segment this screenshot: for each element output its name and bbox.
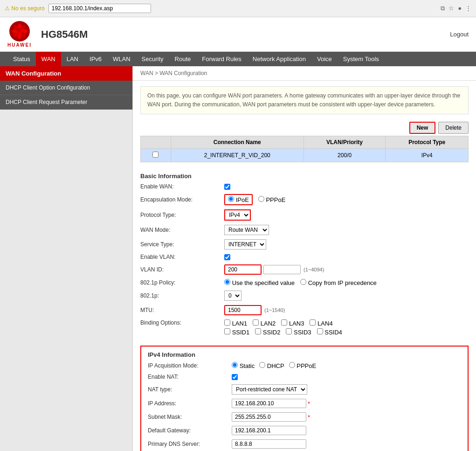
vlan-id-hint: (1~4094) [304, 267, 324, 272]
dot1p-row: 802.1p: 0 1 2 [140, 290, 469, 302]
encapsulation-group: IPoE PPPoE [224, 194, 285, 205]
primary-dns-input[interactable] [232, 439, 306, 449]
logout-button[interactable]: Logout [450, 31, 469, 38]
mtu-input[interactable] [224, 305, 262, 315]
nav-network-application[interactable]: Network Application [247, 52, 311, 66]
ssid1-label[interactable]: SSID1 [224, 328, 249, 336]
encap-ipoe-label[interactable]: IPoE [224, 194, 253, 205]
vlan-id-row: VLAN ID: (1~4094) [140, 264, 469, 276]
dot1p-select[interactable]: 0 1 2 [224, 291, 241, 301]
dhcp-radio[interactable] [259, 362, 265, 368]
lan3-checkbox[interactable] [281, 319, 287, 326]
ip-address-input[interactable] [232, 399, 306, 408]
ip-acq-label: IP Acquisition Mode: [148, 362, 232, 369]
lan2-checkbox[interactable] [253, 319, 259, 326]
binding-lan-row: LAN1 LAN2 LAN3 LAN4 [224, 319, 342, 327]
lan3-label[interactable]: LAN3 [281, 319, 304, 327]
sidebar-item-dhcp-request[interactable]: DHCP Client Request Parameter [0, 95, 132, 110]
ssid2-label[interactable]: SSID2 [255, 328, 280, 336]
copy-ip-text: Copy from IP precedence [308, 279, 377, 286]
basic-info-title: Basic Information [140, 173, 469, 180]
enable-vlan-checkbox[interactable] [224, 254, 230, 260]
table-toolbar: New Delete [133, 120, 476, 136]
sidebar-title: WAN Configuration [0, 66, 132, 81]
nav-status[interactable]: Status [7, 52, 36, 66]
table-row[interactable]: 2_INTERNET_R_VID_200 200/0 IPv4 [141, 149, 469, 162]
nav-system-tools[interactable]: System Tools [338, 52, 385, 66]
use-specified-radio[interactable] [224, 279, 230, 285]
policy-802-row: 802.1p Policy: Use the specified value C… [140, 278, 469, 287]
service-type-select[interactable]: INTERNET [224, 239, 266, 250]
vlan-id-input[interactable] [224, 264, 262, 275]
enable-wan-row: Enable WAN: [140, 182, 469, 191]
row-vlan-priority: 200/0 [304, 149, 386, 162]
row-checkbox[interactable] [152, 152, 159, 158]
bookmark-icon[interactable]: ☆ [448, 5, 454, 12]
binding-label: Binding Options: [140, 319, 224, 326]
sidebar-item-dhcp-option[interactable]: DHCP Client Option Configuration [0, 81, 132, 95]
ssid4-checkbox[interactable] [317, 328, 323, 334]
encap-pppoe-radio[interactable] [258, 196, 264, 202]
copy-ip-radio[interactable] [300, 279, 306, 285]
lan2-label[interactable]: LAN2 [253, 319, 276, 327]
copy-ip-label[interactable]: Copy from IP precedence [300, 279, 377, 286]
vlan-id-secondary-input[interactable] [263, 265, 301, 274]
nav-forward-rules[interactable]: Forward Rules [196, 52, 247, 66]
row-protocol-type: IPv4 [386, 149, 469, 162]
enable-vlan-label: Enable VLAN: [140, 254, 224, 260]
subnet-mask-input[interactable] [232, 412, 306, 422]
primary-dns-row: Primary DNS Server: [148, 438, 461, 450]
static-radio[interactable] [232, 362, 238, 368]
wan-mode-select[interactable]: Route WAN Bridge WAN [224, 225, 269, 235]
nav-route[interactable]: Route [169, 52, 197, 66]
row-checkbox-cell[interactable] [141, 149, 171, 162]
menu-icon[interactable]: ⋮ [465, 5, 471, 12]
protocol-type-select[interactable]: IPv4 IPv6 [224, 209, 251, 221]
lan4-checkbox[interactable] [310, 319, 316, 326]
enable-wan-checkbox[interactable] [224, 184, 230, 190]
nat-type-select[interactable]: Port-restricted cone NAT [232, 384, 307, 395]
nav-wan[interactable]: WAN [36, 52, 61, 66]
sidebar: WAN Configuration DHCP Client Option Con… [0, 66, 133, 451]
security-warning: ⚠ No es seguro [5, 5, 45, 12]
lan4-label[interactable]: LAN4 [310, 319, 332, 327]
use-specified-label[interactable]: Use the specified value [224, 279, 295, 286]
static-label[interactable]: Static [232, 362, 255, 369]
nav-voice[interactable]: Voice [311, 52, 338, 66]
enable-nat-checkbox[interactable] [232, 374, 238, 380]
lan1-label[interactable]: LAN1 [224, 319, 247, 327]
ssid3-label[interactable]: SSID3 [286, 328, 311, 336]
extensions-icon[interactable]: ⧉ [441, 5, 445, 12]
encap-pppoe-label[interactable]: PPPoE [258, 196, 286, 203]
nav-wlan[interactable]: WLAN [107, 52, 136, 66]
content-area: WAN Configuration DHCP Client Option Con… [0, 66, 476, 451]
profile-icon[interactable]: ● [458, 5, 462, 12]
url-bar[interactable] [48, 4, 151, 13]
nav-security[interactable]: Security [136, 52, 169, 66]
delete-button[interactable]: Delete [438, 122, 469, 134]
ssid3-checkbox[interactable] [286, 328, 292, 334]
encap-ipoe-radio[interactable] [228, 196, 234, 202]
encapsulation-label: Encapsulation Mode: [140, 196, 224, 203]
dhcp-label[interactable]: DHCP [259, 362, 284, 369]
huawei-label: HUAWEI [7, 42, 32, 48]
subnet-mask-row: Subnet Mask: * [148, 411, 461, 423]
static-text: Static [240, 362, 255, 369]
browser-icons: ⧉ ☆ ● ⋮ [441, 5, 471, 12]
ssid4-label[interactable]: SSID4 [317, 328, 342, 336]
ssid1-checkbox[interactable] [224, 328, 230, 334]
breadcrumb: WAN > WAN Configuration [133, 66, 476, 81]
pppoe-label[interactable]: PPPoE [289, 362, 317, 369]
wan-mode-row: WAN Mode: Route WAN Bridge WAN [140, 224, 469, 236]
ipv4-title: IPv4 Information [148, 351, 461, 358]
nav-ipv6[interactable]: IPv6 [84, 52, 107, 66]
lan1-checkbox[interactable] [224, 319, 230, 326]
default-gw-label: Default Gateway: [148, 427, 232, 434]
page: HUAWEI HG8546M Logout Status WAN LAN IPv… [0, 17, 476, 451]
ssid2-checkbox[interactable] [255, 328, 261, 334]
ip-acq-row: IP Acquisition Mode: Static DHCP PPPoE [148, 361, 461, 370]
pppoe-radio[interactable] [289, 362, 295, 368]
nav-lan[interactable]: LAN [61, 52, 84, 66]
default-gw-input[interactable] [232, 426, 306, 435]
new-button[interactable]: New [409, 122, 436, 134]
